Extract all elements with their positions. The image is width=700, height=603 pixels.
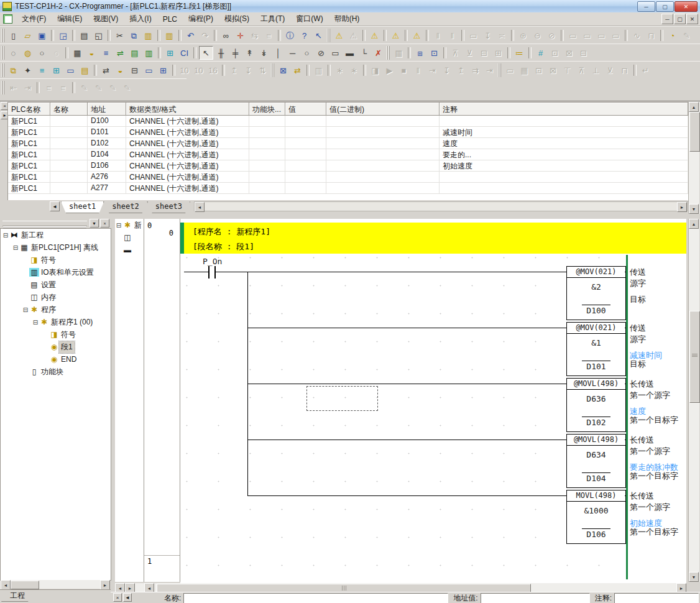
- step-over-icon[interactable]: ⇉: [469, 64, 482, 76]
- print-preview-icon[interactable]: ◱: [92, 29, 105, 42]
- ladder-rung[interactable]: @MOVL(498) D634 D104 长传送 第一个源字 要走的脉冲数 第一…: [180, 434, 686, 490]
- monitor-window-2-icon[interactable]: ▭: [581, 29, 594, 42]
- monitor-window-3-icon[interactable]: ▭: [595, 29, 608, 42]
- instruction-nc-icon[interactable]: ▬: [343, 47, 356, 59]
- tree-item-function-blocks[interactable]: ▯ 功能块: [1, 366, 111, 378]
- plc-transfer-icon[interactable]: ⇄: [291, 64, 304, 76]
- force-refresh-icon[interactable]: ⇅: [256, 64, 269, 76]
- scroll-up-icon[interactable]: ▲: [689, 219, 699, 229]
- align-top-icon[interactable]: ≡: [57, 81, 70, 94]
- new-icon[interactable]: ▯: [7, 29, 20, 42]
- undo-icon[interactable]: ↶: [184, 29, 197, 42]
- toolbar-button[interactable]: [363, 65, 366, 76]
- new-window-icon[interactable]: ⧉: [7, 64, 20, 76]
- operand-destination[interactable]: D100: [582, 305, 610, 315]
- paste-fb-icon[interactable]: ▥: [163, 29, 176, 42]
- title-bar[interactable]: TEST-CP1H-2 - CX-Programmer - [新PLC1.新程序…: [0, 0, 700, 13]
- operand-source[interactable]: &1000: [567, 506, 625, 515]
- toolbar-button[interactable]: [561, 30, 564, 41]
- toolbar-button[interactable]: [443, 47, 446, 58]
- indent-left-icon[interactable]: ⇤: [7, 81, 20, 94]
- force-off-icon[interactable]: ⊖: [531, 29, 544, 42]
- watch-hscrollbar[interactable]: ◄ ►: [194, 201, 688, 211]
- tree-item-programs[interactable]: ⊟ ✱ 程序: [1, 303, 111, 316]
- pause-monitor-icon[interactable]: ‖: [431, 29, 444, 42]
- fb-list-icon[interactable]: ≔: [513, 47, 526, 59]
- editbar-close-icon[interactable]: ×: [113, 593, 122, 602]
- operand-source[interactable]: D634: [567, 450, 625, 459]
- sim-pause-icon[interactable]: ‖: [412, 64, 425, 76]
- plc-settings-icon[interactable]: ▥: [312, 64, 325, 76]
- scroll-down-icon[interactable]: ▼: [689, 572, 699, 582]
- toolbar-button[interactable]: [362, 30, 366, 41]
- address-reference-icon[interactable]: ✛: [234, 29, 247, 42]
- pen-monitor-icon[interactable]: ✎: [78, 81, 91, 94]
- pan-alt-icon[interactable]: ∗: [348, 64, 361, 76]
- force-cancel-icon[interactable]: ⊘: [545, 29, 558, 42]
- tab-scroll-left-icon[interactable]: ◄: [50, 201, 60, 211]
- toolbar-button[interactable]: [1, 81, 4, 94]
- toolbar-button[interactable]: [157, 30, 160, 41]
- panel-grip[interactable]: [2, 221, 87, 226]
- io-break-1-icon[interactable]: ▭: [504, 64, 517, 76]
- tree-item-end[interactable]: ◉ END: [1, 353, 111, 366]
- plc-protect-icon[interactable]: ⊠: [277, 64, 290, 76]
- context-help-icon[interactable]: ↖: [312, 29, 325, 42]
- verify-icon[interactable]: ⧈: [413, 47, 426, 59]
- monitor-sheet-icon[interactable]: ⊞: [163, 47, 177, 59]
- hex-icon[interactable]: 16: [206, 64, 219, 76]
- ladder-rung[interactable]: @MOVL(498) D636 D102 长传送 第一个源字 速度 第一个目标字: [180, 378, 686, 434]
- zoom-region-icon[interactable]: ◍: [21, 47, 34, 59]
- sort-icon[interactable]: ≡: [262, 29, 275, 42]
- instruction-block[interactable]: MOVL(498) &1000 D106: [566, 490, 626, 544]
- project-panel-header[interactable]: ▼ ×: [0, 219, 111, 228]
- toolbar-button[interactable]: [384, 30, 387, 41]
- zoom-out-icon[interactable]: ◌: [50, 47, 63, 59]
- watch-row[interactable]: 新PLC1 D106 CHANNEL (十六进制,通道) 初始速度: [8, 160, 688, 172]
- sheet-tab-2[interactable]: sheet2: [104, 201, 147, 213]
- maximize-button[interactable]: ▢: [656, 1, 674, 12]
- transfer-check-icon[interactable]: ⚠: [410, 29, 423, 42]
- task-5-icon[interactable]: ⊓: [618, 64, 631, 76]
- help-icon[interactable]: ?: [298, 29, 311, 42]
- pause-icon[interactable]: ‖: [446, 29, 459, 42]
- contact-down-icon[interactable]: ↡: [257, 47, 270, 59]
- operand-destination[interactable]: D101: [582, 361, 610, 371]
- about-icon[interactable]: ⓘ: [283, 29, 297, 42]
- io-break-3-icon[interactable]: ⊡: [532, 64, 545, 76]
- col-datatype[interactable]: 数据类型/格式: [126, 103, 249, 116]
- sheet-tab-3[interactable]: sheet3: [147, 201, 190, 213]
- decimal-icon[interactable]: 10: [178, 64, 191, 76]
- rung-wrap-icon[interactable]: ⇌: [114, 47, 127, 59]
- toolbar-button[interactable]: [51, 30, 54, 41]
- cut-icon[interactable]: ✂: [113, 29, 126, 42]
- toolbar-button[interactable]: [408, 47, 411, 58]
- name-input[interactable]: [183, 593, 448, 603]
- go-rung-up-icon[interactable]: ⊼: [449, 47, 462, 59]
- reset-value-icon[interactable]: ↧: [242, 64, 255, 76]
- col-comment[interactable]: 注释: [440, 103, 688, 116]
- menu-item[interactable]: 窗口(W): [290, 12, 328, 25]
- panel-close-icon[interactable]: ×: [100, 219, 109, 228]
- toolbar-button[interactable]: [222, 65, 225, 76]
- step-in-icon[interactable]: ↧: [440, 64, 453, 76]
- tree-expand-icon[interactable]: ⊟: [22, 306, 29, 313]
- instruction-block[interactable]: @MOV(021) &2 D100: [566, 266, 626, 320]
- menu-item[interactable]: 编辑(E): [52, 12, 88, 25]
- col-address[interactable]: 地址: [88, 103, 126, 116]
- compile-check-icon[interactable]: ◲: [57, 29, 70, 42]
- set-value-icon[interactable]: ↥: [228, 64, 241, 76]
- close-button[interactable]: ✕: [675, 1, 698, 12]
- binary-view-icon[interactable]: ⊞: [157, 64, 170, 76]
- grid-toggle-icon[interactable]: ▦: [71, 47, 84, 59]
- instruction-block[interactable]: @MOV(021) &1 D101: [566, 322, 626, 376]
- work-online-icon[interactable]: ▭: [467, 29, 480, 42]
- run-to-break-icon[interactable]: ⇥: [483, 64, 496, 76]
- indent-right-icon[interactable]: ⇥: [21, 81, 34, 94]
- coil-icon[interactable]: ○: [300, 47, 313, 59]
- ci-view-icon[interactable]: CI: [178, 47, 191, 59]
- select-tool-icon[interactable]: ↖: [199, 46, 213, 60]
- io-comment-view-icon[interactable]: ▤: [128, 47, 141, 59]
- io-table-icon[interactable]: ⊟: [128, 64, 141, 76]
- print-icon[interactable]: ▤: [78, 29, 91, 42]
